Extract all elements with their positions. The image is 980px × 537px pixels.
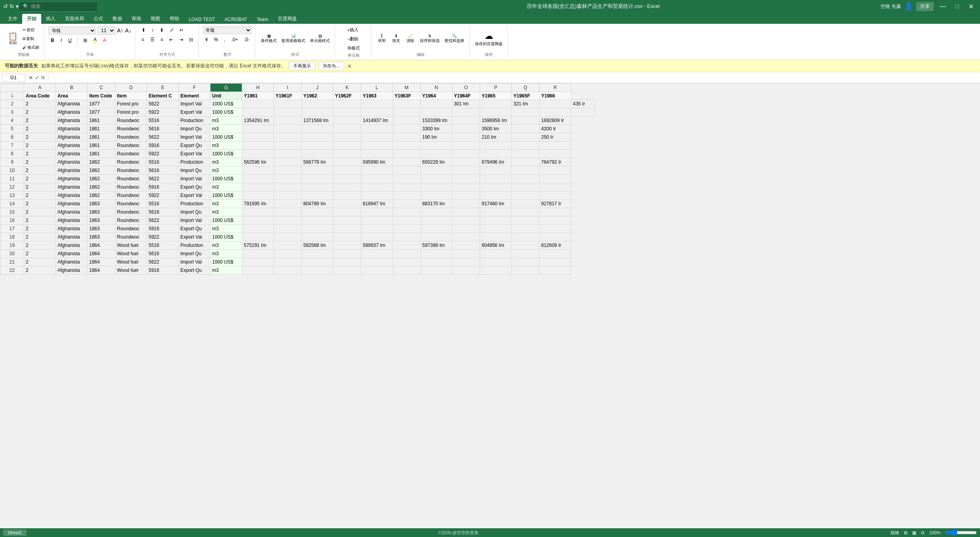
cell-r13-c6[interactable]: Export Val [179, 191, 211, 200]
font-name-select[interactable]: 等线 [48, 27, 96, 34]
row-header-19[interactable]: 19 [0, 241, 24, 250]
cell-r5-c11[interactable] [333, 125, 361, 133]
formula-input[interactable] [50, 75, 978, 80]
cell-r16-c9[interactable] [274, 216, 302, 225]
warning-close-button[interactable]: ✕ [347, 63, 352, 69]
format-as-table-button[interactable]: 📊 套用表格格式 [280, 33, 307, 44]
cell-r8-c3[interactable]: 1861 [88, 150, 115, 158]
text-angle-button[interactable]: ⤢ [167, 26, 176, 34]
underline-button[interactable]: U [66, 36, 74, 44]
cell-r2-c3[interactable]: 1877 [88, 100, 115, 108]
font-color-button[interactable]: A [101, 36, 109, 44]
cell-r14-c17[interactable] [512, 200, 540, 208]
row-header-5[interactable]: 5 [0, 125, 24, 133]
cell-r22-c18[interactable] [540, 266, 571, 275]
header-area-code[interactable]: Area Code [24, 92, 56, 100]
cell-r6-c8[interactable] [242, 133, 274, 141]
cell-r13-c7[interactable]: 1000 US$ [211, 191, 242, 200]
cell-r17-c3[interactable]: 1863 [88, 225, 115, 233]
cell-r12-c14[interactable] [421, 183, 452, 191]
cell-r11-c13[interactable] [393, 175, 421, 183]
cell-r18-c10[interactable] [302, 233, 333, 241]
percent-button[interactable]: % [211, 36, 220, 44]
cell-r5-c18[interactable]: 4200 Ir [540, 125, 571, 133]
cell-r14-c15[interactable] [452, 200, 480, 208]
cell-r5-c1[interactable]: 2 [24, 125, 56, 133]
cell-r3-c3[interactable]: 1877 [88, 108, 115, 117]
header-area[interactable]: Area [56, 92, 88, 100]
cell-r22-c6[interactable]: Export Qu [179, 266, 211, 275]
cell-r5-c13[interactable] [393, 125, 421, 133]
cell-r21-c2[interactable]: Afghanista [56, 258, 88, 266]
cell-r8-c4[interactable]: Roundwoc [115, 150, 147, 158]
cell-r22-c11[interactable] [333, 266, 361, 275]
cell-reference-input[interactable] [2, 74, 25, 82]
cell-r13-c16[interactable] [480, 191, 512, 200]
cell-r21-c10[interactable] [302, 258, 333, 266]
cell-r5-c9[interactable] [274, 125, 302, 133]
cell-r4-c3[interactable]: 1861 [88, 117, 115, 125]
cell-r11-c11[interactable] [333, 175, 361, 183]
cell-r10-c10[interactable] [302, 166, 333, 175]
cell-r19-c14[interactable]: 597399 Im [421, 241, 452, 250]
cell-r7-c8[interactable] [242, 141, 274, 150]
cell-r15-c8[interactable] [242, 208, 274, 216]
row-header-8[interactable]: 8 [0, 150, 24, 158]
cell-r8-c18[interactable] [540, 150, 571, 158]
cell-r15-c14[interactable] [421, 208, 452, 216]
cell-r22-c14[interactable] [421, 266, 452, 275]
cell-r6-c14[interactable]: 190 Im [421, 133, 452, 141]
cell-r4-c13[interactable] [393, 117, 421, 125]
cell-r7-c1[interactable]: 2 [24, 141, 56, 150]
cell-r14-c5[interactable]: 5516 [147, 200, 179, 208]
save-as-button[interactable]: 另存为... [318, 62, 344, 70]
cell-r18-c12[interactable] [361, 233, 393, 241]
cell-r5-c2[interactable]: Afghanista [56, 125, 88, 133]
cell-r18-c1[interactable]: 2 [24, 233, 56, 241]
cell-r11-c2[interactable]: Afghanista [56, 175, 88, 183]
cell-r18-c4[interactable]: Roundwoc [115, 233, 147, 241]
align-bottom-button[interactable]: ⬇ [157, 26, 166, 34]
cell-r7-c12[interactable] [361, 141, 393, 150]
cell-r22-c5[interactable]: 5916 [147, 266, 179, 275]
cell-r2-c8[interactable] [242, 100, 274, 108]
cell-r11-c16[interactable] [480, 175, 512, 183]
col-header-M[interactable]: M [393, 84, 421, 92]
cell-r4-c7[interactable]: m3 [211, 117, 242, 125]
cell-r16-c12[interactable] [361, 216, 393, 225]
cell-r5-c6[interactable]: Import Qu [179, 125, 211, 133]
cell-r3-c2[interactable]: Afghanista [56, 108, 88, 117]
cut-button[interactable]: ✂剪切 [21, 27, 41, 34]
cell-r12-c7[interactable]: m3 [211, 183, 242, 191]
col-header-G[interactable]: G [211, 84, 242, 92]
cell-r19-c2[interactable]: Afghanista [56, 241, 88, 250]
cell-r3-c6[interactable]: Export Val [179, 108, 211, 117]
header-item-code[interactable]: Item Code [88, 92, 115, 100]
cell-r2-c4[interactable]: Forest pro [115, 100, 147, 108]
cell-r16-c16[interactable] [480, 216, 512, 225]
col-header-I[interactable]: I [274, 84, 302, 92]
cell-r17-c18[interactable] [540, 225, 571, 233]
row-header-14[interactable]: 14 [0, 200, 24, 208]
cell-r4-c10[interactable]: 1371568 Im [302, 117, 333, 125]
cell-r17-c1[interactable]: 2 [24, 225, 56, 233]
align-right-button[interactable]: ≡ [158, 36, 166, 44]
align-middle-button[interactable]: ↕ [149, 26, 156, 34]
cell-r2-c1[interactable]: 2 [24, 100, 56, 108]
col-header-N[interactable]: N [421, 84, 452, 92]
cell-r4-c18[interactable]: 1692609 Ir [540, 117, 571, 125]
paste-button[interactable]: 📋 粘贴 [6, 31, 19, 46]
cell-r11-c4[interactable]: Roundwoc [115, 175, 147, 183]
cell-r10-c18[interactable] [540, 166, 571, 175]
header-y1963f[interactable]: Y1963F [393, 92, 421, 100]
cell-r12-c17[interactable] [512, 183, 540, 191]
cell-r9-c16[interactable]: 679496 Im [480, 158, 512, 166]
cell-r13-c4[interactable]: Roundwoc [115, 191, 147, 200]
cell-r19-c17[interactable] [512, 241, 540, 250]
tab-formulas[interactable]: 公式 [89, 14, 108, 24]
cell-r7-c15[interactable] [452, 141, 480, 150]
cell-r10-c17[interactable] [512, 166, 540, 175]
cell-r5-c14[interactable]: 3300 Im [421, 125, 452, 133]
cell-r18-c6[interactable]: Export Val [179, 233, 211, 241]
close-button[interactable]: ✕ [965, 2, 977, 11]
